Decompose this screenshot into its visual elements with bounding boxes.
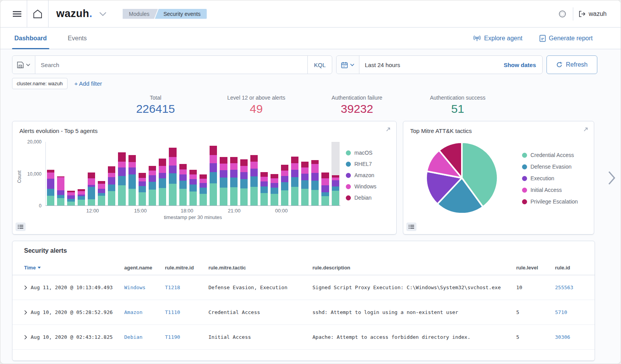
expand-row-icon[interactable] — [24, 285, 27, 290]
bar-18[interactable] — [230, 142, 238, 205]
cell-rule-mitre-id[interactable]: T1110 — [165, 309, 208, 315]
bar-3[interactable] — [77, 142, 85, 205]
legend-item[interactable]: Privilege Escalation — [522, 198, 578, 205]
cell-rule-id[interactable]: 30306 — [555, 334, 584, 340]
bar-12[interactable] — [168, 142, 177, 205]
expand-icon — [385, 127, 391, 132]
filter-pill-cluster-name[interactable]: cluster.name: wazuh — [12, 78, 68, 89]
legend-item[interactable]: Execution — [522, 175, 578, 181]
inspect-panel-button[interactable] — [16, 223, 26, 231]
app-switcher-chevron[interactable] — [94, 9, 112, 19]
bar-19[interactable] — [240, 142, 248, 205]
show-dates-button[interactable]: Show dates — [498, 62, 542, 68]
bar-0[interactable] — [47, 142, 55, 205]
bar-8[interactable] — [128, 142, 136, 205]
bar-23[interactable] — [281, 142, 289, 205]
bar-segment — [260, 177, 268, 181]
bar-26[interactable] — [311, 142, 319, 205]
column-header-time[interactable]: Time — [24, 265, 124, 271]
legend-item[interactable]: Initial Access — [522, 187, 578, 193]
time-range-value[interactable]: Last 24 hours — [359, 62, 406, 68]
cell-agent-name[interactable]: Windows — [124, 285, 165, 290]
column-header-agent-name[interactable]: agent.name — [124, 265, 165, 271]
bar-13[interactable] — [179, 142, 187, 205]
expand-panel-button[interactable] — [384, 125, 392, 134]
bar-segment — [260, 172, 268, 177]
bar-22[interactable] — [270, 142, 278, 205]
bar-2[interactable] — [67, 142, 75, 205]
table-row: Aug 10, 2020 @ 05:28:52.926AmazonT1110Cr… — [12, 300, 595, 325]
generate-report-button[interactable]: Generate report — [539, 35, 593, 42]
add-filter-button[interactable]: + Add filter — [75, 80, 102, 87]
bar-20[interactable] — [250, 142, 258, 205]
column-header-rule-level[interactable]: rule.level — [516, 265, 555, 271]
bar-segment — [67, 202, 75, 205]
cell-rule-mitre-id[interactable]: T1190 — [165, 334, 208, 340]
explore-agent-button[interactable]: Explore agent — [473, 35, 522, 42]
bar-17[interactable] — [219, 142, 227, 205]
cell-rule-mitre-id[interactable]: T1218 — [165, 285, 208, 290]
bar-14[interactable] — [189, 142, 197, 205]
tab-events[interactable]: Events — [66, 28, 89, 49]
legend-item[interactable]: macOS — [346, 150, 386, 156]
bar-16[interactable] — [209, 142, 217, 205]
stat-value[interactable]: 39232 — [307, 102, 408, 116]
bar-segment — [220, 157, 227, 163]
bar-21[interactable] — [260, 142, 268, 205]
bar-25[interactable] — [301, 142, 309, 205]
legend-item[interactable]: Windows — [346, 183, 386, 190]
bar-6[interactable] — [108, 142, 116, 205]
menu-button[interactable] — [7, 8, 27, 20]
legend-item[interactable]: Amazon — [346, 172, 386, 178]
column-header-rule-mitre-id[interactable]: rule.mitre.id — [165, 265, 208, 271]
saved-queries-button[interactable] — [12, 56, 35, 74]
search-input[interactable] — [35, 62, 307, 68]
column-header-rule-mitre-tactic[interactable]: rule.mitre.tactic — [208, 265, 312, 271]
bar-segment — [301, 189, 309, 205]
breadcrumb-modules[interactable]: Modules — [123, 9, 158, 19]
home-button[interactable] — [27, 6, 48, 22]
bar-15[interactable] — [199, 142, 207, 205]
expand-row-icon[interactable] — [24, 310, 27, 315]
bar-4[interactable] — [87, 142, 95, 205]
stat-value[interactable]: 226415 — [105, 102, 206, 116]
refresh-label: Refresh — [566, 61, 588, 68]
mitre-pie-chart[interactable] — [423, 140, 500, 216]
bar-segment — [159, 159, 166, 166]
legend-item[interactable]: Defense Evasion — [522, 164, 578, 170]
bar-1[interactable] — [57, 142, 65, 205]
bar-9[interactable] — [138, 142, 146, 205]
bar-10[interactable] — [148, 142, 156, 205]
health-ring-button[interactable] — [553, 7, 571, 21]
tab-dashboard[interactable]: Dashboard — [12, 28, 49, 49]
expand-row-icon[interactable] — [24, 335, 27, 340]
bar-7[interactable] — [118, 142, 126, 205]
stat-value[interactable]: 49 — [206, 102, 307, 116]
column-header-rule-id[interactable]: rule.id — [555, 265, 584, 271]
next-panels-button[interactable] — [607, 170, 616, 186]
logout-button[interactable]: wazuh — [575, 7, 611, 21]
legend-item[interactable]: Debian — [346, 195, 386, 201]
expand-panel-button[interactable] — [581, 125, 590, 134]
stat-value[interactable]: 51 — [408, 102, 508, 116]
bar-24[interactable] — [291, 142, 299, 205]
refresh-button[interactable]: Refresh — [546, 55, 597, 74]
legend-item[interactable]: RHEL7 — [346, 161, 386, 167]
cell-rule-id[interactable]: 255563 — [555, 285, 584, 290]
legend-item[interactable]: Credential Access — [522, 152, 578, 158]
bar-27[interactable] — [321, 142, 329, 205]
stat-level12: Level 12 or above alerts 49 — [206, 95, 307, 116]
bar-28[interactable] — [331, 142, 340, 205]
column-header-rule-description[interactable]: rule.description — [312, 265, 516, 271]
date-quick-select-button[interactable] — [337, 56, 359, 74]
cell-rule-id[interactable]: 5710 — [555, 309, 584, 315]
cell-agent-name[interactable]: Amazon — [124, 309, 165, 315]
bar-11[interactable] — [158, 142, 167, 205]
bar-5[interactable] — [97, 142, 106, 205]
bar-segment — [281, 176, 288, 182]
kql-button[interactable]: KQL — [307, 56, 332, 74]
inspect-panel-button[interactable] — [406, 223, 416, 231]
bar-segment — [149, 175, 156, 182]
cell-agent-name[interactable]: Debian — [124, 334, 165, 340]
stat-total: Total 226415 — [105, 95, 206, 116]
